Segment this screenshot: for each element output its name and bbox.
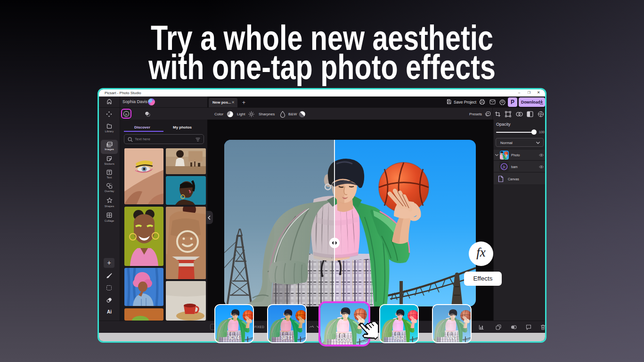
svg-text:fx: fx <box>503 165 505 169</box>
svg-text:fx: fx <box>125 112 128 115</box>
